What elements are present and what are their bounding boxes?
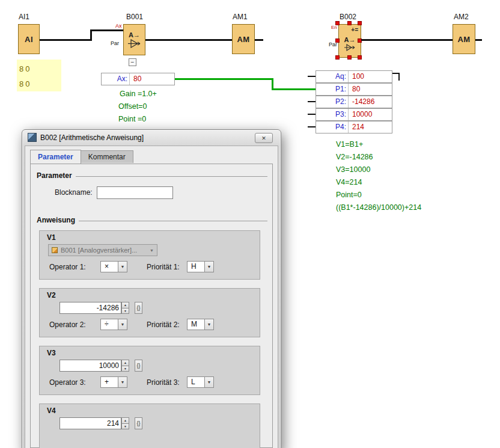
operator-3-select[interactable]: + ▼ xyxy=(100,376,127,388)
v2-value-input[interactable]: -14286 xyxy=(59,302,121,314)
tab-parameter[interactable]: Parameter xyxy=(30,150,81,164)
section-title: Anweisung xyxy=(37,216,75,224)
b002-info-line: V4=214 xyxy=(336,178,362,186)
dialog-window-b002: B002 [Arithmetische Anweisung] ✕ Paramet… xyxy=(22,129,281,448)
section-anweisung: Anweisung xyxy=(37,216,267,224)
b002-info-line: V1=B1+ xyxy=(336,140,363,149)
spin-up-button[interactable]: ▲ xyxy=(121,302,129,308)
param-wire-segment xyxy=(272,88,316,90)
chevron-down-icon: ▼ xyxy=(204,262,213,272)
chevron-down-icon: ▼ xyxy=(204,319,213,330)
v2-reference-button[interactable]: {} xyxy=(135,302,142,314)
close-button[interactable]: ✕ xyxy=(255,133,273,143)
operator-3-label: Operator 3: xyxy=(49,376,86,388)
block-label-am2: AM2 xyxy=(454,13,469,21)
chevron-down-icon: ▼ xyxy=(118,377,127,387)
param-name: P2: xyxy=(316,96,349,108)
v1-block-select[interactable]: B001 [Analogverstärker]... ▼ xyxy=(48,244,157,256)
spin-down-icon: ▼ xyxy=(124,367,127,370)
blockname-label: Blockname: xyxy=(55,186,93,199)
block-label-ai1: AI1 xyxy=(19,13,29,21)
operator-1-select[interactable]: × ▼ xyxy=(100,261,127,272)
collapse-toggle-b001[interactable]: − xyxy=(129,58,136,66)
wire-segment xyxy=(145,39,232,41)
selection-handle[interactable] xyxy=(335,21,340,25)
wire-segment xyxy=(398,73,400,81)
b001-param-box: Ax: 80 xyxy=(101,73,175,85)
group-v2: V2 -14286 ▲ ▼ {} Operator 2: ÷ ▼ Priorit… xyxy=(39,288,260,337)
spin-down-button[interactable]: ▼ xyxy=(121,308,129,315)
param-name: Ax: xyxy=(102,73,130,85)
dialog-icon xyxy=(28,133,37,142)
section-rule xyxy=(76,176,267,177)
block-label-b001: B001 xyxy=(126,13,143,21)
selection-handle[interactable] xyxy=(358,21,362,25)
operator-2-select[interactable]: ÷ ▼ xyxy=(100,319,127,330)
blockname-input[interactable] xyxy=(97,186,173,199)
block-am2[interactable]: AM xyxy=(453,24,475,54)
section-parameter: Parameter xyxy=(37,171,267,180)
wire-segment xyxy=(255,39,263,41)
pin-label-en: En xyxy=(331,25,337,30)
group-v1: V1 B001 [Analogverstärker]... ▼ Operator… xyxy=(39,230,260,280)
chevron-down-icon: ▼ xyxy=(118,262,127,272)
priority-3-select[interactable]: L ▼ xyxy=(187,376,214,388)
logo-soft-comfort-canvas: AI1 AI 80 80 B001 Ax Par A→ − Ax: 80 Gai… xyxy=(0,0,500,448)
dialog-client: Parameter Kommentar Parameter Blockname:… xyxy=(25,146,278,448)
tab-panel-parameter: Parameter Blockname: Anweisung V1 B001 [… xyxy=(30,164,273,448)
spin-down-button[interactable]: ▼ xyxy=(121,366,129,372)
block-b001-symbol: A→ xyxy=(129,31,140,39)
section-title: Parameter xyxy=(37,171,72,180)
v3-value-input[interactable]: 10000 xyxy=(59,360,121,372)
b002-param-row: P2: -14286 xyxy=(316,96,392,108)
spin-down-icon: ▼ xyxy=(124,425,127,428)
spin-up-icon: ▲ xyxy=(124,361,127,364)
operator-2-label: Operator 2: xyxy=(49,319,86,331)
wire-segment xyxy=(308,101,316,102)
v1-block-select-value: B001 [Analogverstärker]... xyxy=(61,247,147,254)
group-title: V2 xyxy=(47,291,56,299)
b002-info-line: V3=10000 xyxy=(336,165,370,174)
dialog-titlebar[interactable]: B002 [Arithmetische Anweisung] ✕ xyxy=(22,130,281,146)
selection-handle[interactable] xyxy=(347,21,352,25)
v4-value-input[interactable]: 214 xyxy=(59,417,121,429)
param-value: 214 xyxy=(349,121,364,133)
wire-segment xyxy=(308,76,316,77)
v4-reference-button[interactable]: {} xyxy=(135,417,142,429)
param-value: -14286 xyxy=(349,96,374,108)
pin-label-ax: Ax xyxy=(115,23,122,29)
wire-segment xyxy=(40,39,91,41)
v3-reference-button[interactable]: {} xyxy=(135,360,142,372)
priority-2-label: Priorität 2: xyxy=(147,319,180,331)
block-am1[interactable]: AM xyxy=(232,24,255,54)
param-name: P3: xyxy=(316,109,349,120)
b002-param-row: Aq: 100 xyxy=(316,70,392,83)
param-name: P4: xyxy=(316,121,349,133)
selection-handle[interactable] xyxy=(335,38,340,43)
priority-1-select[interactable]: H ▼ xyxy=(187,261,214,272)
block-ai1[interactable]: AI xyxy=(18,24,40,54)
section-rule xyxy=(79,221,267,221)
tab-kommentar[interactable]: Kommentar xyxy=(81,150,133,163)
selection-handle[interactable] xyxy=(335,55,340,60)
selection-handle[interactable] xyxy=(347,55,352,60)
group-v3: V3 10000 ▲ ▼ {} Operator 3: + ▼ Prioritä… xyxy=(39,346,260,395)
b001-info-line: Offset=0 xyxy=(118,102,147,111)
spin-up-button[interactable]: ▲ xyxy=(121,417,129,424)
selection-handle[interactable] xyxy=(358,55,362,60)
param-wire-segment xyxy=(175,78,273,80)
block-b001[interactable]: A→ xyxy=(123,24,145,55)
b002-info-line: Point=0 xyxy=(336,191,362,199)
priority-2-select[interactable]: M ▼ xyxy=(187,319,214,330)
operator-1-value: × xyxy=(101,262,118,272)
ai1-value-note: 80 80 xyxy=(17,60,61,91)
b001-info-line: Gain =1.0+ xyxy=(120,90,157,98)
priority-3-label: Priorität 3: xyxy=(147,376,180,388)
dialog-title: B002 [Arithmetische Anweisung] xyxy=(40,130,144,146)
block-label-b002: B002 xyxy=(340,13,356,21)
param-value: 80 xyxy=(349,84,360,95)
spin-up-button[interactable]: ▲ xyxy=(121,360,129,366)
amplifier-icon xyxy=(344,44,356,51)
spin-down-button[interactable]: ▼ xyxy=(121,424,129,430)
param-name: P1: xyxy=(316,84,349,95)
